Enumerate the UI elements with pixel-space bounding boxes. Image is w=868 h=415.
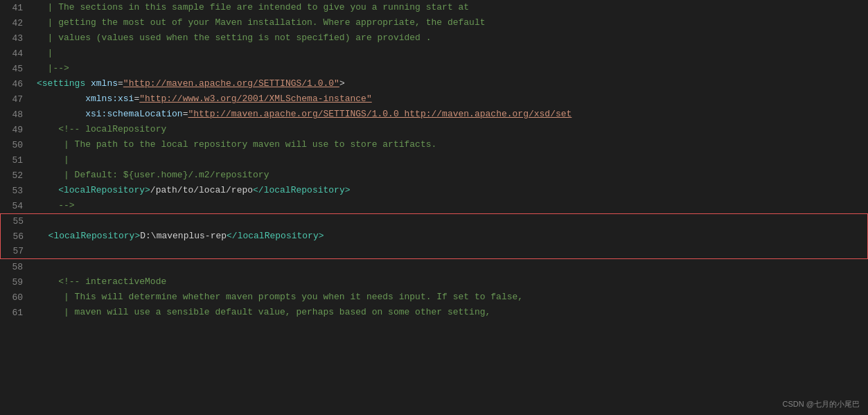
token: xmlns xyxy=(91,78,118,89)
code-lines: 41 | The sections in this sample file ar… xyxy=(0,0,868,415)
token: </localRepository> xyxy=(253,185,350,195)
token: "http://www.w3.org/2001/XMLSchema-instan… xyxy=(139,94,371,104)
token: <!-- interactiveMode xyxy=(37,276,166,287)
token: <localRepository> xyxy=(37,231,140,241)
line-number: 46 xyxy=(0,79,31,89)
line-content: xmlns:xsi="http://www.w3.org/2001/XMLSch… xyxy=(31,91,868,107)
line-content: <localRepository>/path/to/local/repo</lo… xyxy=(31,183,868,198)
line-content: xsi:schemaLocation="http://maven.apache.… xyxy=(31,107,868,122)
code-line: 43 | values (values used when the settin… xyxy=(0,30,868,46)
token: | maven will use a sensible default valu… xyxy=(37,307,490,317)
line-number: 44 xyxy=(0,48,31,59)
code-line: 44 | xyxy=(0,46,868,61)
token: xmlns:xsi xyxy=(37,94,134,104)
line-number: 54 xyxy=(0,201,31,211)
code-line: 54 --> xyxy=(0,198,868,213)
code-line: 49 <!-- localRepository xyxy=(0,122,868,137)
token: /path/to/local/repo xyxy=(150,185,253,195)
token: </localRepository> xyxy=(227,231,324,241)
token: = xyxy=(118,78,123,89)
code-line: 50 | The path to the local repository ma… xyxy=(0,137,868,152)
token: | This will determine whether maven prom… xyxy=(37,292,523,302)
token: > xyxy=(339,78,345,89)
line-content: <settings xmlns="http://maven.apache.org… xyxy=(31,76,868,91)
line-number: 41 xyxy=(0,3,31,13)
line-number: 50 xyxy=(0,140,31,150)
token: | The sections in this sample file are i… xyxy=(37,2,469,12)
line-number: 56 xyxy=(1,231,32,242)
code-line: 46<settings xmlns="http://maven.apache.o… xyxy=(0,76,868,91)
token: | Default: ${user.home}/.m2/repository xyxy=(37,170,269,180)
code-line: 56 <localRepository>D:\mavenplus-rep</lo… xyxy=(0,229,868,244)
line-content: | maven will use a sensible default valu… xyxy=(31,305,868,320)
line-content: <localRepository>D:\mavenplus-rep</local… xyxy=(32,229,867,244)
line-number: 48 xyxy=(0,109,31,120)
code-line: 59 <!-- interactiveMode xyxy=(0,274,868,290)
line-number: 49 xyxy=(0,125,31,135)
code-line: 58 xyxy=(0,259,868,274)
code-editor: 41 | The sections in this sample file ar… xyxy=(0,0,868,415)
line-number: 60 xyxy=(0,292,31,303)
code-line: 41 | The sections in this sample file ar… xyxy=(0,0,868,15)
line-content: | xyxy=(31,152,868,168)
token: "http://maven.apache.org/SETTINGS/1.0.0 … xyxy=(188,109,572,119)
line-number: 43 xyxy=(0,33,31,44)
line-content: <!-- interactiveMode xyxy=(31,274,868,290)
code-line: 48 xsi:schemaLocation="http://maven.apac… xyxy=(0,107,868,122)
line-number: 51 xyxy=(0,155,31,166)
token: | xyxy=(37,154,69,165)
line-number: 45 xyxy=(0,64,31,74)
line-number: 47 xyxy=(0,94,31,105)
line-number: 52 xyxy=(0,170,31,181)
line-content: | Default: ${user.home}/.m2/repository xyxy=(31,168,868,183)
line-content: | The path to the local repository maven… xyxy=(31,137,868,152)
code-line: 57 xyxy=(0,244,868,259)
line-content: <!-- localRepository xyxy=(31,122,868,137)
line-number: 55 xyxy=(1,216,32,227)
line-content: | xyxy=(31,46,868,61)
line-number: 59 xyxy=(0,277,31,288)
code-line: 42 | getting the most out of your Maven … xyxy=(0,15,868,30)
code-line: 47 xmlns:xsi="http://www.w3.org/2001/XML… xyxy=(0,91,868,107)
line-number: 58 xyxy=(0,262,31,272)
code-line: 55 xyxy=(0,213,868,229)
token: "http://maven.apache.org/SETTINGS/1.0.0" xyxy=(123,78,339,89)
token: | getting the most out of your Maven ins… xyxy=(37,17,486,28)
code-line: 52 | Default: ${user.home}/.m2/repositor… xyxy=(0,168,868,183)
token: --> xyxy=(37,200,75,211)
token: |--> xyxy=(37,63,69,73)
token: <localRepository> xyxy=(37,185,150,195)
token: xsi:schemaLocation xyxy=(37,109,183,119)
line-number: 53 xyxy=(0,186,31,196)
line-number: 42 xyxy=(0,18,31,28)
token: | The path to the local repository maven… xyxy=(37,139,436,150)
line-content: | This will determine whether maven prom… xyxy=(31,290,868,305)
line-content: | The sections in this sample file are i… xyxy=(31,0,868,15)
watermark: CSDN @七月的小尾巴 xyxy=(783,399,860,409)
token: <!-- localRepository xyxy=(37,124,166,134)
line-content: |--> xyxy=(31,61,868,76)
token: | xyxy=(37,48,53,58)
code-line: 61 | maven will use a sensible default v… xyxy=(0,305,868,320)
line-number: 57 xyxy=(1,246,32,256)
token: <settings xyxy=(37,78,91,89)
line-number: 61 xyxy=(0,308,31,318)
token: D:\mavenplus-rep xyxy=(140,231,227,241)
code-line: 51 | xyxy=(0,152,868,168)
line-content: | getting the most out of your Maven ins… xyxy=(31,15,868,30)
code-line: 53 <localRepository>/path/to/local/repo<… xyxy=(0,183,868,198)
code-line: 60 | This will determine whether maven p… xyxy=(0,290,868,305)
token: | values (values used when the setting i… xyxy=(37,33,432,43)
line-content: --> xyxy=(31,198,868,213)
code-line: 45 |--> xyxy=(0,61,868,76)
line-content: | values (values used when the setting i… xyxy=(31,30,868,46)
